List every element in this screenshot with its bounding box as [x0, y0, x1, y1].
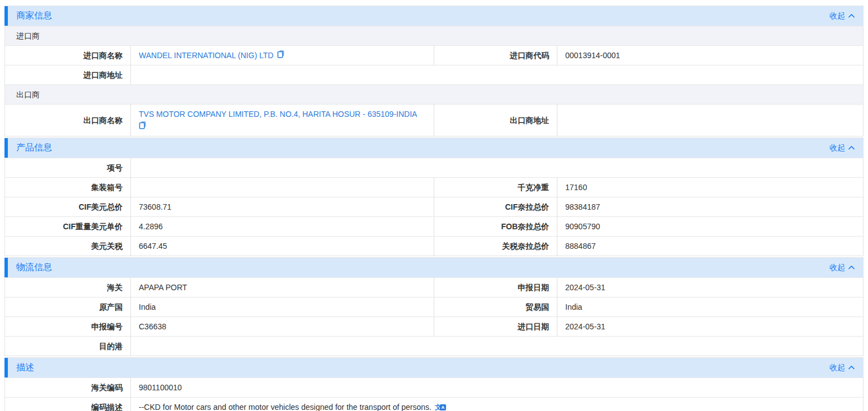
merchant-collapse-button[interactable]: 收起 [829, 11, 855, 21]
logistics-section-title: 物流信息 [16, 262, 829, 273]
hs-code-label: 海关编码 [5, 378, 130, 397]
origin-trade-country-row: 原产国 India 贸易国 India [5, 297, 863, 316]
exporter-name-link[interactable]: TVS MOTOR COMPANY LIMITED, P.B. NO.4, HA… [139, 110, 417, 119]
dest-port-value [130, 337, 863, 356]
collapse-label: 收起 [829, 363, 845, 373]
exporter-group-row: 出口商 [5, 84, 863, 104]
chevron-up-icon [848, 145, 855, 150]
dest-port-label: 目的港 [5, 337, 130, 356]
section-merchant-info: 商家信息 收起 进口商 进口商名称 WANDEL INTERNATIONAL (… [4, 6, 864, 136]
collapse-label: 收起 [829, 143, 845, 153]
dest-port-row: 目的港 [5, 336, 863, 356]
importer-name-link[interactable]: WANDEL INTERNATIONAL (NIG) LTD [139, 50, 274, 61]
cif-naira-total-value: 98384187 [557, 197, 863, 216]
section-product-info: 产品信息 收起 项号 集装箱号 千克净重 17160 CIF美元总价 73608… [4, 138, 864, 256]
cif-usd-total-value: 73608.71 [130, 197, 434, 216]
section-logistics-info: 物流信息 收起 海关 APAPA PORT 申报日期 2024-05-31 原产… [4, 257, 864, 356]
description-section-header: 描述 收起 [5, 358, 863, 377]
importer-address-label: 进口商地址 [5, 65, 130, 84]
importer-code-value: 00013914-0001 [557, 46, 863, 65]
code-desc-label: 编码描述 [5, 398, 130, 411]
declare-no-import-date-row: 申报编号 C36638 进口日期 2024-05-31 [5, 316, 863, 336]
description-collapse-button[interactable]: 收起 [829, 363, 855, 373]
cif-unit-price-label: CIF重量美元单价 [5, 217, 130, 236]
product-section-title: 产品信息 [16, 142, 829, 154]
container-weight-row: 集装箱号 千克净重 17160 [5, 177, 863, 197]
net-weight-label: 千克净重 [434, 178, 557, 197]
exporter-address-label: 出口商地址 [434, 105, 557, 136]
fob-naira-total-value: 90905790 [557, 217, 863, 236]
customs-value: APAPA PORT [130, 278, 434, 297]
chevron-up-icon [848, 265, 855, 270]
cif-total-row: CIF美元总价 73608.71 CIF奈拉总价 98384187 [5, 197, 863, 216]
trade-record-detail-page: 商家信息 收起 进口商 进口商名称 WANDEL INTERNATIONAL (… [0, 0, 868, 411]
code-desc-row: 编码描述 --CKD for Motor cars and other moto… [5, 397, 863, 411]
unit-price-fob-row: CIF重量美元单价 4.2896 FOB奈拉总价 90905790 [5, 216, 863, 236]
declare-no-value: C36638 [130, 317, 434, 336]
cif-usd-total-label: CIF美元总价 [5, 197, 130, 216]
declare-date-label: 申报日期 [434, 278, 557, 297]
fob-naira-total-label: FOB奈拉总价 [434, 217, 557, 236]
collapse-label: 收起 [829, 11, 845, 21]
declare-date-value: 2024-05-31 [557, 278, 863, 297]
trade-country-value: India [557, 297, 863, 316]
product-collapse-button[interactable]: 收起 [829, 143, 855, 153]
hs-code-row: 海关编码 9801100010 [5, 377, 863, 397]
code-desc-value: --CKD for Motor cars and other motor veh… [139, 401, 431, 411]
cif-naira-total-label: CIF奈拉总价 [434, 197, 557, 216]
hs-code-value: 9801100010 [130, 378, 863, 397]
accent-bar [4, 258, 8, 277]
merchant-section-header: 商家信息 收起 [5, 6, 863, 26]
exporter-name-label: 出口商名称 [5, 105, 130, 136]
importer-group-row: 进口商 [5, 26, 863, 45]
logistics-collapse-button[interactable]: 收起 [829, 263, 855, 273]
merchant-section-title: 商家信息 [16, 10, 829, 22]
chevron-up-icon [848, 13, 855, 18]
section-description: 描述 收起 海关编码 9801100010 编码描述 --CKD for Mot… [4, 357, 864, 411]
importer-address-value [130, 65, 863, 84]
usd-duty-value: 6647.45 [130, 237, 434, 256]
customs-declare-date-row: 海关 APAPA PORT 申报日期 2024-05-31 [5, 277, 863, 297]
net-weight-value: 17160 [557, 178, 863, 197]
accent-bar [4, 358, 8, 377]
product-section-header: 产品信息 收起 [5, 138, 863, 158]
exporter-address-value [557, 105, 863, 136]
translate-icon[interactable]: 文A [435, 404, 446, 410]
import-date-label: 进口日期 [434, 317, 557, 336]
import-date-value: 2024-05-31 [557, 317, 863, 336]
copy-icon[interactable] [277, 50, 285, 61]
duty-naira-total-label: 关税奈拉总价 [434, 237, 557, 256]
importer-address-row: 进口商地址 [5, 65, 863, 84]
cif-unit-price-value: 4.2896 [130, 217, 434, 236]
duty-naira-total-value: 8884867 [557, 237, 863, 256]
container-no-value [130, 178, 434, 197]
origin-country-label: 原产国 [5, 297, 130, 316]
customs-label: 海关 [5, 278, 130, 297]
importer-name-label: 进口商名称 [5, 46, 130, 65]
description-section-title: 描述 [16, 362, 829, 374]
exporter-name-row: 出口商名称 TVS MOTOR COMPANY LIMITED, P.B. NO… [5, 104, 863, 136]
usd-duty-label: 美元关税 [5, 237, 130, 256]
item-no-label: 项号 [5, 158, 130, 177]
trade-country-label: 贸易国 [434, 297, 557, 316]
accent-bar [4, 138, 8, 158]
item-no-row: 项号 [5, 158, 863, 177]
duty-row: 美元关税 6647.45 关税奈拉总价 8884867 [5, 236, 863, 256]
origin-country-value: India [130, 297, 434, 316]
collapse-label: 收起 [829, 263, 845, 273]
copy-icon[interactable] [139, 121, 426, 132]
chevron-up-icon [848, 365, 855, 370]
logistics-section-header: 物流信息 收起 [5, 258, 863, 277]
importer-name-row: 进口商名称 WANDEL INTERNATIONAL (NIG) LTD 进口商… [5, 45, 863, 65]
item-no-value [130, 158, 863, 177]
accent-bar [4, 6, 8, 26]
container-no-label: 集装箱号 [5, 178, 130, 197]
importer-group-label: 进口商 [5, 26, 863, 45]
importer-code-label: 进口商代码 [434, 46, 557, 65]
exporter-group-label: 出口商 [5, 85, 863, 104]
declare-no-label: 申报编号 [5, 317, 130, 336]
